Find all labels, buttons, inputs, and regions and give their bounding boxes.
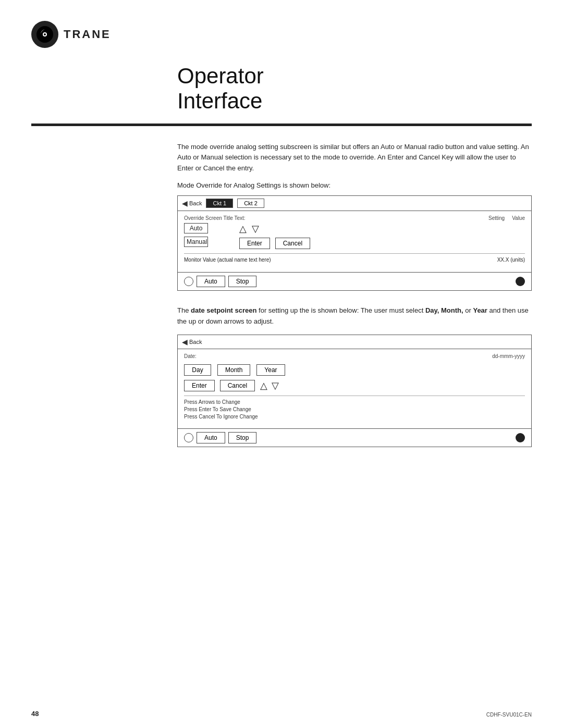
screen2-bottom-bar: Auto Stop: [178, 428, 531, 447]
screen1-back-btn[interactable]: ◀ Back: [182, 199, 202, 207]
screen2-cancel-btn[interactable]: Cancel: [220, 380, 255, 391]
screen1-cancel-btn[interactable]: Cancel: [275, 238, 310, 249]
screen1-enter-btn[interactable]: Enter: [239, 238, 270, 249]
screen1-bottom-left: Auto Stop: [184, 276, 256, 287]
screen1-tab1[interactable]: Ckt 1: [206, 199, 233, 208]
screen1-value-label: Value: [512, 215, 525, 221]
content-area: The mode override analog setting subscre…: [177, 142, 532, 447]
screen2-back-btn[interactable]: ◀ Back: [182, 338, 202, 346]
body-paragraph-2: The date setpoint screen for setting up …: [177, 305, 532, 327]
screen2-date-label: Date:: [184, 353, 197, 359]
title-divider: [31, 124, 532, 126]
screen2-enter-btn[interactable]: Enter: [184, 380, 215, 391]
back-arrow-icon: ◀: [182, 199, 188, 207]
header: TRANE: [31, 21, 532, 48]
screen2-enter-cancel-row: Enter Cancel △ ▽: [184, 380, 525, 391]
body-paragraph-1: The mode override analog setting subscre…: [177, 142, 532, 174]
screen2-divider: [184, 396, 525, 396]
page-footer: 48 CDHF-SVU01C-EN: [31, 710, 532, 718]
para2-or: or: [463, 306, 473, 314]
screen1-radio-group: Auto Manual: [184, 223, 208, 247]
doc-number: CDHF-SVU01C-EN: [486, 712, 532, 718]
screen2-year-btn[interactable]: Year: [256, 364, 285, 376]
screen1-setting-label: Setting: [488, 215, 505, 221]
screen2-top-bar: ◀ Back: [178, 335, 531, 349]
screen1-mockup: ◀ Back Ckt 1 Ckt 2 Override Screen Title…: [177, 195, 532, 291]
para2-bold2: Day, Month,: [425, 306, 463, 314]
screen2-up-arrow-icon[interactable]: △: [260, 380, 267, 391]
screen1-circle-filled-icon: [516, 277, 525, 286]
screen2-content: Date: dd-mmm-yyyy Day Month Year Enter C…: [178, 349, 531, 426]
screen1-top-bar: ◀ Back Ckt 1 Ckt 2: [178, 196, 531, 211]
screen2-month-btn[interactable]: Month: [217, 364, 250, 376]
screen2-date-fields: Day Month Year: [184, 364, 525, 376]
screen2-date-row: Date: dd-mmm-yyyy: [184, 353, 525, 359]
screen1-override-row: Override Screen Title Text: Setting Valu…: [184, 215, 525, 221]
screen1-tab2[interactable]: Ckt 2: [237, 199, 264, 208]
screen2-stop-btn[interactable]: Stop: [228, 432, 257, 443]
screen1-bottom-bar: Auto Stop: [178, 272, 531, 290]
para2-bold1: date setpoint screen: [191, 306, 256, 314]
page-title: OperatorInterface: [177, 64, 532, 114]
para2-mid: for setting up the is shown below: The u…: [256, 306, 425, 314]
screen1-content: Override Screen Title Text: Setting Valu…: [178, 211, 531, 270]
screen2-date-format: dd-mmm-yyyy: [492, 353, 525, 359]
screen1-auto-btn[interactable]: Auto: [184, 223, 208, 233]
trane-logo-icon: [31, 21, 58, 48]
screen1-monitor-value: XX.X (units): [497, 257, 525, 263]
screen1-auto-bottom-btn[interactable]: Auto: [197, 276, 225, 287]
screen2-hint3: Press Cancel To Ignore Change: [184, 414, 525, 419]
para2-bold3: Year: [473, 306, 487, 314]
screen1-monitor-row: Monitor Value (actual name text here) XX…: [184, 253, 525, 263]
screen2-circle-filled-icon: [516, 433, 525, 442]
screen2-back-arrow-icon: ◀: [182, 338, 188, 346]
svg-point-2: [44, 33, 46, 35]
logo-area: TRANE: [31, 21, 111, 48]
screen2-down-arrow-icon[interactable]: ▽: [272, 380, 279, 391]
screen1-enter-cancel-group: Enter Cancel: [239, 238, 310, 249]
screen1-manual-btn[interactable]: Manual: [184, 237, 208, 247]
para2-prefix: The: [177, 306, 191, 314]
screen2-hint2: Press Enter To Save Change: [184, 406, 525, 412]
up-arrow-icon[interactable]: △: [239, 223, 247, 235]
screen2-day-btn[interactable]: Day: [184, 364, 211, 376]
screen1-monitor-label: Monitor Value (actual name text here): [184, 257, 271, 263]
page-number: 48: [31, 710, 39, 718]
screen2-bottom-left: Auto Stop: [184, 432, 256, 443]
screen2-mockup: ◀ Back Date: dd-mmm-yyyy Day Month Year: [177, 335, 532, 447]
down-arrow-icon[interactable]: ▽: [252, 223, 259, 235]
screen2-auto-btn[interactable]: Auto: [197, 432, 225, 443]
screen2-back-label: Back: [189, 339, 202, 345]
screen1-stop-btn[interactable]: Stop: [228, 276, 257, 287]
brand-name: TRANE: [64, 28, 111, 41]
radio-manual: Manual: [184, 237, 208, 247]
screen1-circle-empty-icon: [184, 277, 193, 286]
screen2-hint1: Press Arrows to Change: [184, 399, 525, 405]
section1-label: Mode Override for Analog Settings is sho…: [177, 181, 532, 189]
screen1-override-label: Override Screen Title Text:: [184, 215, 246, 221]
screen1-back-label: Back: [189, 200, 202, 206]
screen2-arrows: △ ▽: [260, 380, 279, 391]
screen2-circle-empty-icon: [184, 433, 193, 442]
radio-auto: Auto: [184, 223, 208, 233]
